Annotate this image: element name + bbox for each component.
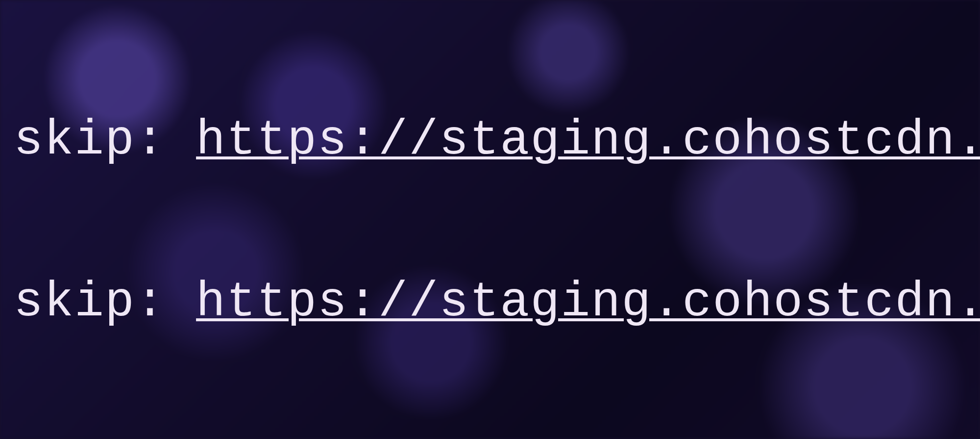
skip-prefix: skip: <box>14 275 196 330</box>
skip-prefix: skip: <box>14 437 196 439</box>
skip-url[interactable]: https://staging.cohostcdn.org <box>196 437 980 439</box>
output-line: skip: https://staging.cohostcdn.org <box>14 276 980 330</box>
terminal-output: skip: https://staging.cohostcdn.org skip… <box>0 0 980 439</box>
skip-url[interactable]: https://staging.cohostcdn.org <box>196 275 980 330</box>
skip-prefix: skip: <box>14 113 196 168</box>
output-line: skip: https://staging.cohostcdn.org <box>14 114 980 168</box>
skip-url[interactable]: https://staging.cohostcdn.org <box>196 113 980 168</box>
